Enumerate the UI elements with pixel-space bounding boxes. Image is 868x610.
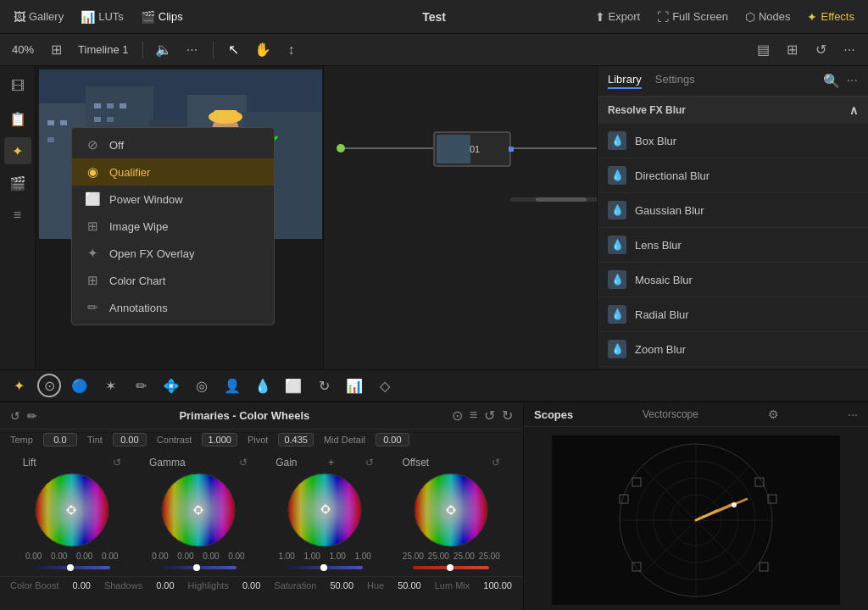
tab-library[interactable]: Library <box>608 73 642 89</box>
nav-gallery[interactable]: 🖼 Gallery <box>7 7 70 27</box>
offset-wheel[interactable] <box>413 472 489 548</box>
nav-export[interactable]: ⬆ Export <box>588 7 648 27</box>
fx-lens-blur[interactable]: 💧 Lens Blur <box>598 228 868 263</box>
saturation-val[interactable]: 50.00 <box>330 580 353 591</box>
fx-section-title: Resolve FX Blur <box>608 104 686 116</box>
svg-rect-8 <box>47 137 54 142</box>
gain-slider[interactable] <box>287 566 363 569</box>
hue-val[interactable]: 50.00 <box>398 580 421 591</box>
svg-point-86 <box>697 518 698 520</box>
scope-settings-icon[interactable]: ⚙ <box>768 408 779 421</box>
dropdown-qualifier[interactable]: ◉ Qualifier <box>72 158 274 186</box>
sidebar-clip-icon[interactable]: 📋 <box>4 105 31 132</box>
refresh-icon[interactable]: ↺ <box>484 408 495 424</box>
lum-mix-val[interactable]: 100.00 <box>483 580 512 591</box>
tab-settings[interactable]: Settings <box>655 73 695 89</box>
color-btn-1[interactable]: ✦ <box>7 374 31 397</box>
color-panel-reset-icon[interactable]: ↺ <box>10 409 20 423</box>
divider2 <box>213 42 214 58</box>
color-btn-5[interactable]: ✏ <box>129 374 153 397</box>
lift-values: 0.00 0.00 0.00 0.00 <box>23 552 121 561</box>
temp-value[interactable]: 0.0 <box>43 433 77 446</box>
color-btn-3[interactable]: 🔵 <box>68 374 92 397</box>
dropdown-annotations[interactable]: ✏ Annotations <box>72 294 274 321</box>
fx-radial-blur[interactable]: 💧 Radial Blur <box>598 297 868 332</box>
view-toggle-btn[interactable]: ⊞ <box>44 38 68 62</box>
color-btn-13[interactable]: ◇ <box>373 374 397 397</box>
gain-reset[interactable]: ↺ <box>365 457 374 469</box>
annotations-icon: ✏ <box>84 300 101 315</box>
fx-gaussian-blur[interactable]: 💧 Gaussian Blur <box>598 193 868 228</box>
svg-text:01: 01 <box>470 144 480 154</box>
undo-btn[interactable]: ↺ <box>809 38 832 62</box>
gamma-reset[interactable]: ↺ <box>239 457 248 469</box>
shadows-val[interactable]: 0.00 <box>156 580 174 591</box>
color-btn-9[interactable]: 💧 <box>251 374 275 397</box>
fx-zoom-blur[interactable]: 💧 Zoom Blur <box>598 332 868 367</box>
gain-wheel[interactable] <box>287 472 363 548</box>
lift-wheel[interactable] <box>34 472 110 548</box>
scope-more-icon[interactable]: ··· <box>848 408 858 421</box>
lift-slider[interactable] <box>34 566 110 569</box>
bars-icon[interactable]: ≡ <box>470 408 477 424</box>
cursor-btn[interactable]: ↖ <box>222 38 246 62</box>
offset-reset[interactable]: ↺ <box>492 457 500 469</box>
color-btn-10[interactable]: ⬜ <box>281 374 305 397</box>
fx-collapse-icon[interactable]: ∧ <box>849 103 858 117</box>
gain-values: 1.00 1.00 1.00 1.00 <box>275 552 374 561</box>
mid-detail-value[interactable]: 0.00 <box>376 433 409 446</box>
color-btn-8[interactable]: 👤 <box>220 374 244 397</box>
main-area: 🎞 📋 ✦ 🎬 ≡ <box>0 66 868 369</box>
nav-luts[interactable]: 📊 LUTs <box>74 7 131 27</box>
color-panel-eyedrop-icon[interactable]: ✏ <box>27 409 37 423</box>
dropdown-off[interactable]: ⊘ Off <box>72 131 274 158</box>
nodes-icon: ⬡ <box>745 10 755 24</box>
nav-nodes[interactable]: ⬡ Nodes <box>738 7 798 27</box>
dropdown-image-wipe[interactable]: ⊞ Image Wipe <box>72 213 274 240</box>
box-blur-icon: 💧 <box>608 131 626 150</box>
color-btn-circle[interactable]: ⊙ <box>37 374 61 397</box>
sidebar-fx-icon[interactable]: ✦ <box>4 137 31 164</box>
tint-value[interactable]: 0.00 <box>113 433 147 446</box>
power-window-icon: ⬜ <box>84 191 101 207</box>
trim-btn[interactable]: ↕ <box>280 38 303 62</box>
nav-effects[interactable]: ✦ Effects <box>800 7 861 27</box>
fx-directional-blur[interactable]: 💧 Directional Blur <box>598 158 868 193</box>
circle-icon[interactable]: ⊙ <box>452 408 463 424</box>
panel-more2-icon[interactable]: ↻ <box>502 408 513 424</box>
gain-plus-icon[interactable]: + <box>328 457 334 469</box>
contrast-value[interactable]: 1.000 <box>202 433 237 446</box>
sidebar-gallery-icon[interactable]: 🎞 <box>4 73 31 100</box>
lift-reset[interactable]: ↺ <box>113 457 121 469</box>
offset-slider[interactable] <box>413 566 489 569</box>
more-btn2[interactable]: ··· <box>837 38 861 62</box>
more-btn[interactable]: ··· <box>181 38 204 62</box>
timeline-view-btn[interactable]: ⊞ <box>780 38 804 62</box>
gamma-values: 0.00 0.00 0.00 0.00 <box>149 552 248 561</box>
sidebar-media-icon[interactable]: 🎬 <box>4 169 31 197</box>
hand-btn[interactable]: ✋ <box>251 38 275 62</box>
dropdown-power-window[interactable]: ⬜ Power Window <box>72 186 274 213</box>
dropdown-open-fx[interactable]: ✦ Open FX Overlay <box>72 240 274 267</box>
color-btn-7[interactable]: ◎ <box>190 374 214 397</box>
dropdown-color-chart[interactable]: ⊞ Color Chart <box>72 267 274 294</box>
highlights-val[interactable]: 0.00 <box>242 580 260 591</box>
color-btn-6[interactable]: 💠 <box>159 374 183 397</box>
nav-clips[interactable]: 🎬 Clips <box>134 7 190 27</box>
panel-more-icon[interactable]: ··· <box>847 73 858 89</box>
gamma-wheel[interactable] <box>160 472 236 548</box>
color-btn-4[interactable]: ✶ <box>98 374 122 397</box>
pivot-value[interactable]: 0.435 <box>278 433 314 446</box>
clip-view-btn[interactable]: ▤ <box>751 38 775 62</box>
sidebar-sound-icon[interactable]: ≡ <box>4 202 31 229</box>
nav-fullscreen[interactable]: ⛶ Full Screen <box>650 7 735 27</box>
speaker-btn[interactable]: 🔈 <box>152 38 175 62</box>
fx-box-blur[interactable]: 💧 Box Blur <box>598 124 868 158</box>
color-btn-12[interactable]: 📊 <box>342 374 366 397</box>
search-icon[interactable]: 🔍 <box>823 73 840 89</box>
color-boost-val[interactable]: 0.00 <box>72 580 90 591</box>
fx-mosaic-blur[interactable]: 💧 Mosaic Blur <box>598 263 868 297</box>
gamma-slider[interactable] <box>160 566 236 569</box>
offset-values: 25.00 25.00 25.00 25.00 <box>402 552 500 561</box>
color-btn-11[interactable]: ↻ <box>312 374 336 397</box>
